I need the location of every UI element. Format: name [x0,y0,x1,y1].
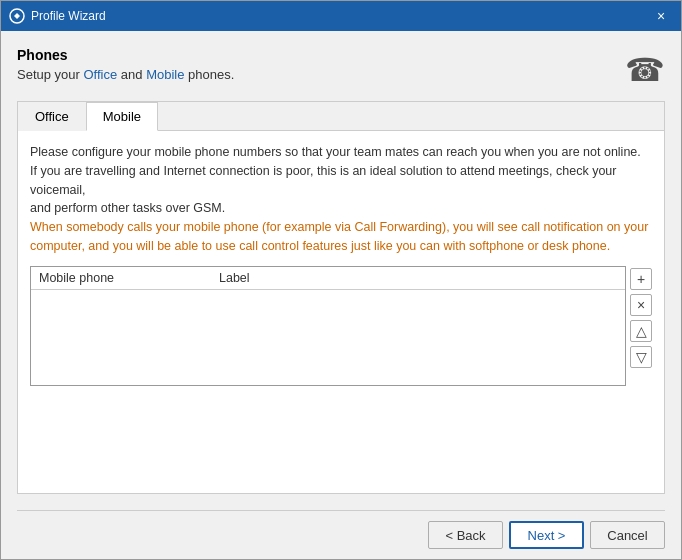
add-row-button[interactable]: + [630,268,652,290]
app-icon [9,8,25,24]
phone-table: Mobile phone Label [30,266,626,386]
profile-wizard-window: Profile Wizard × Phones Setup your Offic… [0,0,682,560]
next-button[interactable]: Next > [509,521,584,549]
delete-row-button[interactable]: × [630,294,652,316]
info-line-5: computer, and you will be able to use ca… [30,239,610,253]
info-line-2: If you are travelling and Internet conne… [30,164,616,197]
tabs-panel: Office Mobile Please configure your mobi… [17,101,665,494]
info-line-4: When somebody calls your mobile phone (f… [30,220,648,234]
subtitle-post: phones. [184,67,234,82]
table-action-buttons: + × △ ▽ [630,266,652,482]
close-button[interactable]: × [649,4,673,28]
cancel-button[interactable]: Cancel [590,521,665,549]
col-phone-header: Mobile phone [39,271,219,285]
section-title: Phones [17,47,234,63]
back-button[interactable]: < Back [428,521,503,549]
move-down-button[interactable]: ▽ [630,346,652,368]
title-bar: Profile Wizard × [1,1,681,31]
subtitle-pre: Setup your [17,67,84,82]
main-content: Phones Setup your Office and Mobile phon… [1,31,681,510]
table-header: Mobile phone Label [31,267,625,290]
phone-icon: ☎ [625,51,665,89]
tab-office[interactable]: Office [18,102,86,131]
phone-table-area: Mobile phone Label + × △ ▽ [30,266,652,482]
subtitle-office: Office [84,67,118,82]
tab-mobile[interactable]: Mobile [86,102,158,131]
section-subtitle: Setup your Office and Mobile phones. [17,67,234,82]
mobile-info-text: Please configure your mobile phone numbe… [30,143,652,256]
tab-mobile-content: Please configure your mobile phone numbe… [18,131,664,493]
section-header: Phones Setup your Office and Mobile phon… [17,47,665,89]
footer: < Back Next > Cancel [1,511,681,559]
table-body [31,290,625,298]
window-title: Profile Wizard [31,9,649,23]
info-line-1: Please configure your mobile phone numbe… [30,145,641,159]
tabs-header: Office Mobile [18,102,664,131]
subtitle-mid: and [117,67,146,82]
col-label-header: Label [219,271,250,285]
info-line-3: and perform other tasks over GSM. [30,201,225,215]
move-up-button[interactable]: △ [630,320,652,342]
subtitle-mobile: Mobile [146,67,184,82]
